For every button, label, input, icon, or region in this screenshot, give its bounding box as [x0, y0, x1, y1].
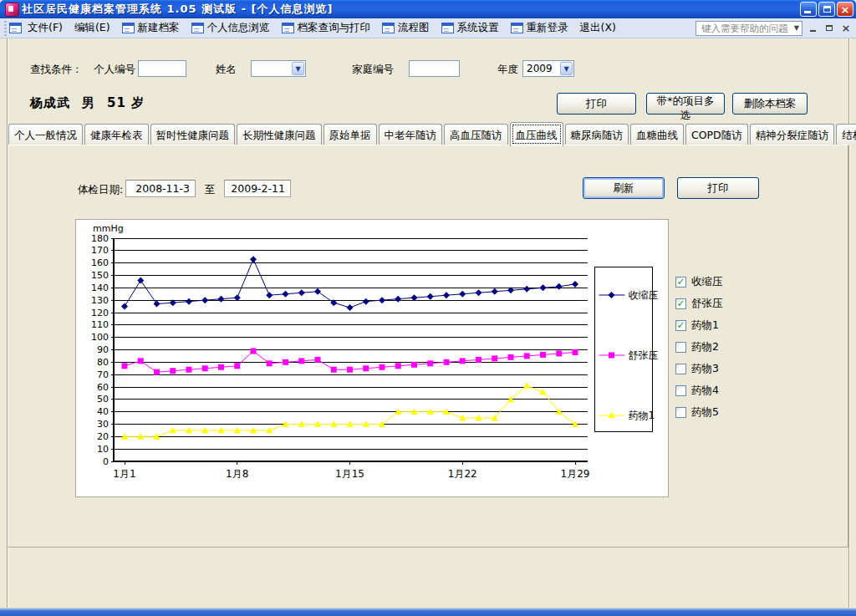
date-to-input[interactable]: 2009-2-11: [224, 180, 291, 197]
blood-pressure-chart: 0102030405060708090100110120130140150160…: [75, 219, 669, 497]
help-search-input[interactable]: [700, 22, 792, 35]
series-toggle-label: 舒张压: [691, 297, 723, 311]
menu-item-2[interactable]: 新建档案: [116, 18, 186, 38]
search-condition-label: 查找条件：: [30, 63, 83, 77]
minimize-icon: [810, 30, 816, 32]
tab-11[interactable]: 精神分裂症随访: [750, 124, 835, 145]
svg-text:110: 110: [91, 319, 109, 330]
date-to-label: 至: [205, 183, 216, 197]
svg-text:150: 150: [91, 270, 109, 281]
form-icon: [382, 23, 395, 33]
checkbox-icon[interactable]: [675, 385, 686, 396]
tab-4[interactable]: 原始单据: [324, 124, 377, 145]
menu-item-label: 个人信息浏览: [207, 21, 270, 35]
chevron-down-icon[interactable]: ▼: [560, 62, 573, 75]
family-id-input[interactable]: [409, 60, 460, 77]
print-chart-button[interactable]: 打印: [677, 177, 759, 199]
menu-item-0[interactable]: 文件(F): [22, 18, 69, 38]
series-toggle-2[interactable]: ✓药物1: [675, 314, 767, 336]
dropdown-arrow-icon[interactable]: ▼: [792, 24, 802, 32]
form-icon: [282, 23, 294, 33]
name-select[interactable]: ▼: [251, 60, 306, 77]
chevron-down-icon[interactable]: ▼: [292, 62, 304, 75]
series-toggle-3[interactable]: 药物2: [675, 336, 767, 358]
close-button[interactable]: ×: [837, 2, 853, 17]
svg-text:90: 90: [97, 344, 109, 355]
tab-5[interactable]: 中老年随访: [379, 124, 443, 145]
tab-6[interactable]: 高血压随访: [444, 124, 508, 145]
mdi-minimize-button[interactable]: [806, 23, 819, 34]
menu-item-3[interactable]: 个人信息浏览: [186, 18, 276, 38]
minimize-icon: [804, 11, 811, 13]
window-title: 社区居民健康档案管理系统 1.05 测试版 - [个人信息浏览]: [22, 2, 333, 17]
tab-7[interactable]: 血压曲线: [510, 122, 563, 146]
checkbox-checked-icon[interactable]: ✓: [675, 320, 686, 331]
minimize-button[interactable]: [800, 2, 817, 17]
personal-id-label: 个人编号: [94, 63, 135, 77]
personal-id-input[interactable]: [138, 60, 186, 77]
checkbox-icon[interactable]: [675, 342, 686, 353]
tab-12[interactable]: 结核病随访: [836, 124, 856, 145]
menu-item-8[interactable]: 退出(X): [574, 18, 622, 38]
series-toggle-label: 药物3: [691, 362, 719, 376]
svg-text:1月15: 1月15: [335, 468, 364, 480]
tab-3[interactable]: 长期性健康问题: [237, 124, 322, 145]
delete-record-button[interactable]: 删除本档案: [732, 93, 808, 115]
svg-text:70: 70: [97, 369, 109, 380]
checkbox-icon[interactable]: [675, 364, 686, 374]
tab-9[interactable]: 血糖曲线: [630, 124, 684, 145]
form-icon[interactable]: [9, 23, 22, 33]
tab-0[interactable]: 个人一般情况: [8, 124, 83, 145]
svg-text:mmHg: mmHg: [93, 223, 124, 234]
tab-2[interactable]: 暂时性健康问题: [150, 124, 236, 145]
family-id-label: 家庭编号: [352, 63, 394, 77]
svg-text:舒张压: 舒张压: [629, 349, 659, 361]
restore-icon: [826, 25, 833, 31]
menu-item-1[interactable]: 编辑(E): [69, 18, 116, 38]
svg-text:170: 170: [91, 245, 109, 256]
svg-text:120: 120: [91, 308, 109, 318]
menu-item-6[interactable]: 系统设置: [436, 18, 505, 38]
year-select[interactable]: 2009 ▼: [522, 60, 574, 77]
tab-10[interactable]: COPD随访: [685, 124, 748, 145]
checkbox-checked-icon[interactable]: ✓: [675, 298, 686, 309]
menu-item-4[interactable]: 档案查询与打印: [276, 18, 377, 38]
menu-item-7[interactable]: 重新登录: [505, 18, 574, 38]
toolbar-grip[interactable]: [4, 21, 7, 36]
refresh-button[interactable]: 刷新: [583, 177, 665, 199]
svg-text:130: 130: [91, 295, 109, 306]
mdi-restore-button[interactable]: [823, 23, 836, 34]
svg-text:1月8: 1月8: [226, 468, 248, 480]
multiselect-button[interactable]: 带*的项目多选: [646, 93, 725, 115]
window-bottom-frame: [0, 608, 856, 616]
svg-text:药物1: 药物1: [629, 410, 655, 421]
series-toggle-1[interactable]: ✓舒张压: [675, 293, 767, 314]
menu-item-label: 文件(F): [28, 21, 63, 35]
exam-date-label: 体检日期:: [78, 183, 123, 197]
menu-item-label: 新建档案: [138, 21, 180, 35]
svg-text:10: 10: [97, 444, 109, 455]
name-label: 姓名: [216, 63, 237, 77]
series-toggle-6[interactable]: 药物5: [675, 401, 767, 423]
checkbox-checked-icon[interactable]: ✓: [675, 277, 686, 288]
app-window: 社区居民健康档案管理系统 1.05 测试版 - [个人信息浏览] × 文件(F)…: [0, 0, 856, 616]
series-toggle-5[interactable]: 药物4: [675, 379, 767, 401]
checkbox-icon[interactable]: [675, 407, 686, 418]
series-toggle-0[interactable]: ✓收缩压: [675, 271, 767, 293]
menu-item-label: 编辑(E): [74, 21, 110, 35]
series-toggle-4[interactable]: 药物3: [675, 358, 767, 379]
menu-bar: 文件(F)编辑(E)新建档案个人信息浏览档案查询与打印流程图系统设置重新登录退出…: [0, 18, 856, 38]
tab-1[interactable]: 健康年检表: [84, 124, 149, 145]
print-button[interactable]: 打印: [557, 93, 636, 115]
tab-8[interactable]: 糖尿病随访: [565, 124, 629, 145]
date-from-input[interactable]: 2008-11-3: [125, 180, 196, 197]
mdi-close-button[interactable]: ×: [839, 23, 853, 34]
menu-item-5[interactable]: 流程图: [376, 18, 436, 38]
close-icon: ×: [842, 23, 851, 33]
svg-text:30: 30: [97, 419, 109, 430]
help-search-box[interactable]: ▼: [696, 21, 802, 36]
restore-button[interactable]: [818, 2, 835, 17]
svg-text:100: 100: [91, 332, 109, 343]
patient-info: 杨成武男51岁: [30, 95, 156, 111]
form-icon: [441, 23, 454, 33]
